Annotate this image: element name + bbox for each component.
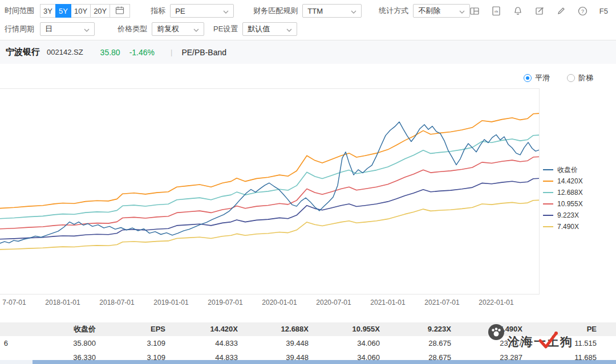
legend-swatch	[543, 192, 553, 193]
header-divider: |	[171, 48, 172, 56]
pe-band-chart	[0, 89, 539, 294]
period-select[interactable]: 日	[40, 22, 95, 36]
table-cell: 35.800	[8, 336, 96, 350]
f5-refresh-button[interactable]: F5	[599, 7, 608, 15]
stat-method-label: 统计方式	[379, 6, 408, 16]
x-axis-label: 2018-01-01	[45, 298, 80, 306]
price-type-label: 价格类型	[117, 24, 147, 34]
watermark-badge-icon	[488, 324, 505, 342]
legend-swatch	[543, 215, 553, 216]
radio-step-label: 阶梯	[578, 73, 593, 83]
table-cell: 39.448	[238, 336, 309, 350]
x-axis-label: 2021-07-01	[424, 298, 459, 306]
chevron-down-icon	[84, 25, 90, 34]
x-axis-label: 2020-07-01	[316, 298, 351, 306]
legend-label: 7.490X	[557, 223, 579, 231]
x-axis-label: 2021-01-01	[370, 298, 405, 306]
svg-text:?: ?	[581, 9, 584, 14]
radio-step[interactable]: 阶梯	[567, 73, 593, 83]
series-line	[0, 122, 539, 243]
indicator-label: 指标	[151, 6, 165, 16]
pe-band-app: 时间范围 3Y 5Y 10Y 20Y 指标	[0, 0, 616, 364]
stat-method-value: 不剔除	[418, 6, 440, 16]
range-20y-button[interactable]: 20Y	[90, 4, 110, 18]
chevron-down-icon	[351, 7, 356, 15]
table-cell: 3.109	[96, 336, 165, 350]
table-header-cell	[0, 322, 8, 336]
legend-label: 12.688X	[557, 189, 583, 197]
match-rule-value: TTM	[307, 7, 323, 15]
x-axis-label: 7-07-01	[2, 298, 26, 306]
radio-selected-icon	[524, 74, 532, 82]
x-axis-label: 2022-01-01	[479, 298, 513, 306]
calendar-button[interactable]	[110, 4, 130, 18]
pe-band-plot[interactable]	[0, 88, 540, 295]
table-header-cell: 10.955X	[309, 322, 380, 336]
chevron-down-icon	[223, 7, 229, 15]
range-5y-button[interactable]: 5Y	[55, 4, 71, 18]
x-axis-labels: 7-07-012018-01-012018-07-012019-01-01201…	[0, 298, 539, 309]
match-rule-label: 财务匹配规则	[253, 6, 298, 16]
series-line	[0, 200, 539, 250]
help-icon[interactable]: ?	[578, 6, 588, 16]
range-10y-button[interactable]: 10Y	[71, 4, 91, 18]
stat-method-select[interactable]: 不剔除	[413, 4, 470, 18]
legend-item: 14.420X	[543, 175, 583, 187]
edit-pencil-icon[interactable]	[556, 6, 566, 16]
toolbar-icons: xls	[469, 2, 608, 19]
legend-swatch	[543, 181, 553, 182]
indicator-value: PE	[175, 7, 185, 15]
legend-swatch	[543, 203, 553, 205]
export-xls-icon[interactable]: xls	[491, 6, 501, 16]
stock-price: 35.80	[100, 48, 120, 57]
radio-unselected-icon	[567, 74, 575, 82]
legend-item: 10.955X	[543, 198, 583, 210]
legend-label: 14.420X	[557, 177, 583, 185]
table-header-cell: 14.420X	[165, 322, 238, 336]
range-3y-button[interactable]: 3Y	[40, 4, 56, 18]
stock-name: 宁波银行	[6, 47, 40, 58]
table-header-cell: 12.688X	[238, 322, 309, 336]
series-line	[0, 157, 539, 229]
chevron-down-icon	[193, 25, 199, 34]
pe-setting-select[interactable]: 默认值	[242, 22, 297, 36]
chart-section: 平滑 阶梯 收盘价14.420X12.688X10.955X9.223X7.49…	[0, 64, 616, 322]
toolbar-row-1: 时间范围 3Y 5Y 10Y 20Y 指标	[0, 2, 616, 19]
stock-code: 002142.SZ	[47, 48, 83, 56]
radio-smooth[interactable]: 平滑	[524, 73, 550, 83]
horizontal-scrollbar[interactable]	[0, 360, 616, 364]
series-line	[0, 113, 539, 208]
legend-item: 12.688X	[543, 187, 583, 198]
x-axis-label: 2020-01-01	[262, 298, 297, 306]
time-range-label: 时间范围	[5, 6, 34, 16]
legend-swatch	[543, 226, 553, 227]
indicator-select[interactable]: PE	[170, 4, 234, 18]
bell-icon[interactable]	[513, 6, 523, 16]
table-header-cell: 9.223X	[380, 322, 451, 336]
stock-header: 宁波银行 002142.SZ 35.80 -1.46% | PE/PB-Band	[0, 40, 616, 64]
table-cell: 6	[0, 336, 8, 350]
period-label: 行情周期	[5, 24, 34, 34]
compose-icon[interactable]	[534, 6, 545, 16]
x-axis-label: 2019-07-01	[208, 298, 242, 306]
time-range-group: 3Y 5Y 10Y 20Y	[40, 4, 130, 18]
table-cell: 28.675	[380, 336, 451, 350]
toolbar: 时间范围 3Y 5Y 10Y 20Y 指标	[0, 0, 616, 40]
stock-change-pct: -1.46%	[129, 48, 155, 57]
line-mode-radios: 平滑 阶梯	[524, 73, 593, 83]
price-type-select[interactable]: 前复权	[152, 22, 204, 36]
watermark-check-icon	[538, 331, 559, 351]
legend-label: 收盘价	[557, 165, 578, 175]
toolbar-row-2: 行情周期 日 价格类型 前复权 PE设置 默认值	[0, 21, 616, 38]
legend-swatch	[543, 169, 553, 170]
scrollbar-thumb[interactable]	[33, 360, 616, 364]
layout-icon[interactable]	[469, 6, 480, 16]
chevron-down-icon	[286, 25, 292, 34]
match-rule-select[interactable]: TTM	[302, 4, 362, 18]
pe-setting-value: 默认值	[248, 24, 270, 34]
x-axis-label: 2018-07-01	[99, 298, 134, 306]
table-cell: 34.060	[309, 336, 380, 350]
pe-setting-label: PE设置	[213, 24, 238, 34]
legend-item: 收盘价	[543, 164, 583, 175]
table-header-cell: EPS	[96, 322, 165, 336]
